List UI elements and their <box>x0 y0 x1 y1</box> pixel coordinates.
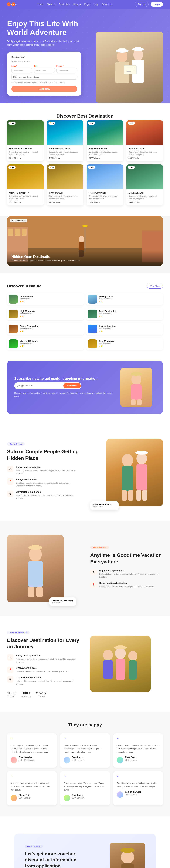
nav-links: HomeAbout UsDestinationItineraryPagesHel… <box>38 3 113 5</box>
nav-link-home[interactable]: Home <box>38 3 43 5</box>
hero-title: Enjoy This Life With World Adventure <box>7 19 81 37</box>
view-more-button[interactable]: View More <box>147 284 163 289</box>
author-role: CEO, Company <box>125 793 141 796</box>
nature-item-image <box>9 310 18 318</box>
nature-header: Discover in Nature View More <box>7 284 163 289</box>
author-name: Samuel Sampon <box>125 791 141 793</box>
quote-mark: " <box>64 775 106 780</box>
nature-item[interactable]: Farm Destination Montana Location ★ 4.6 <box>86 308 163 320</box>
nav-link-destination[interactable]: Destination <box>59 3 70 5</box>
subscribe-description: Malesuada amet ultricies vitae arcu vive… <box>14 392 113 398</box>
solo-couple-illustration <box>106 439 163 506</box>
destination-card[interactable]: ★ 4.9 Mountain Lake Consectetur velit vo… <box>126 164 163 206</box>
nav-link-pages[interactable]: Pages <box>84 3 90 5</box>
star-icon: ★ <box>10 122 11 124</box>
solo-tag: Solo or Couple <box>7 442 25 446</box>
feature-item: ⊕ Comfortable ambiance Nulla porttitor a… <box>7 491 80 500</box>
nature-item-name: Havana Location <box>99 325 116 328</box>
nature-item[interactable]: High Mountain Montana Location ★ 4.9 <box>7 308 84 320</box>
card-rating-badge: ★ 5.0 <box>48 122 55 125</box>
featured-tag: Best Destination <box>10 219 28 222</box>
svg-rect-64 <box>123 848 132 852</box>
card-rating-badge: ★ 4.6 <box>88 122 95 125</box>
search-submit-button[interactable]: Book Now <box>11 86 77 92</box>
nature-item-image <box>9 294 18 304</box>
feature-description: Curabitur non nulla sit amet nisl tempus… <box>99 585 154 588</box>
svg-rect-55 <box>129 660 137 680</box>
destination-card[interactable]: ★ 4.9 Rainbow Crater Consectetur velit v… <box>126 120 163 161</box>
nature-item-rating: ★ 4.9 <box>20 345 25 347</box>
star-icon: ★ <box>89 166 91 168</box>
journey-image-area <box>90 636 163 692</box>
from-input[interactable] <box>11 68 32 73</box>
featured-banner: Best Destination Hidden Gem Destinatio V… <box>7 216 163 266</box>
nature-item-image <box>9 339 18 348</box>
nature-item-name: Waterfall Rainbow <box>20 340 38 342</box>
email-input[interactable] <box>11 74 77 80</box>
nature-item-info: Sunrise Point Montana Location ★ 4.8 <box>20 295 34 303</box>
destination-card[interactable]: ★ 4.5 Retro City Place Consectetur velit… <box>87 164 123 206</box>
destination-name: Mountain Lake <box>129 191 161 194</box>
to-input[interactable] <box>34 68 54 73</box>
feature-icon: ⚠ <box>7 654 13 660</box>
rating-value: 4.5 <box>91 166 94 168</box>
testimonial-author: Jaca Latent CEO, Company <box>64 794 106 802</box>
destination-price: $324/Mission <box>89 201 121 204</box>
person-input[interactable] <box>56 68 77 73</box>
nav-link-contact-us[interactable]: Contact Us <box>102 3 112 5</box>
nature-item[interactable]: Feeling Snow Montana Location ★ 4.7 <box>86 293 163 305</box>
nature-item-info: Best Mountain Montana Location ★ 4.7 <box>99 340 114 348</box>
author-name: Jaca Latent <box>72 794 84 797</box>
feature-icon: ⚠ <box>90 569 97 576</box>
nature-item[interactable]: Best Mountain Montana Location ★ 4.7 <box>86 338 163 350</box>
feature-icon: 📍 <box>7 666 13 673</box>
nav-link-help[interactable]: Help <box>94 3 98 5</box>
nature-item-image <box>88 339 97 348</box>
testimonials-grid: " Pellentesque in ipsum id orci porta da… <box>7 733 163 805</box>
star-icon: ★ <box>89 122 91 124</box>
destination-card[interactable]: ★ 4.8 Hidden Forest Resort Consectetur v… <box>7 120 44 161</box>
nature-item[interactable]: Rustic Destination Montana Location ★ 4.… <box>7 323 84 335</box>
author-name: Guy Hawkins <box>19 756 35 758</box>
hero-people-image <box>96 32 163 103</box>
nature-item-image <box>88 310 97 318</box>
quote-mark: " <box>11 737 53 742</box>
destination-name: Rainbow Crater <box>129 147 161 150</box>
subscribe-button[interactable]: Subscribe <box>63 383 81 389</box>
destination-grid-bottom: ★ 4.7 Castel Old Center Consectetur veli… <box>7 164 163 206</box>
destination-card-body: Mountain Lake Consectetur velit volutpat… <box>126 189 163 206</box>
destination-card[interactable]: ★ 4.6 Bali Beach Resort Consectetur veli… <box>87 120 123 161</box>
svg-rect-7 <box>135 47 142 51</box>
svg-rect-26 <box>131 384 142 400</box>
anytime-features: ⚠ Enjoy local specialties Nulla quis lor… <box>90 569 163 588</box>
svg-rect-28 <box>137 399 142 405</box>
hero-description: Tristique eget arnem vorpat ferrentul ry… <box>7 40 81 47</box>
quote-mark: " <box>11 775 53 780</box>
nav-link-itinerary[interactable]: Itinerary <box>73 3 81 5</box>
author-info: Jace Latson CEO, Company <box>72 756 84 764</box>
nature-item[interactable]: Waterfall Rainbow Montana Location ★ 4.9 <box>7 338 84 350</box>
nature-item-location: Montana Location <box>99 342 114 344</box>
rating-value: 4.6 <box>91 122 94 124</box>
destination-card[interactable]: ★ 4.8 Grand Shack Consectetur velit volu… <box>47 164 84 206</box>
subscribe-content: Subscribe now to get useful traveling in… <box>14 376 113 398</box>
destination-card-body: Grand Shack Consectetur velit volutpat c… <box>47 189 84 206</box>
login-button[interactable]: Login <box>151 2 163 7</box>
register-button[interactable]: Register <box>135 2 148 7</box>
feature-icon: 📍 <box>90 582 97 588</box>
stat-number: 800+ <box>21 691 31 695</box>
feature-item: 📍 Everywhere is safe Curabitur non nulla… <box>7 666 80 673</box>
nature-item[interactable]: Havana Location Montana Location ★ 4.8 <box>86 323 163 335</box>
destination-name: Grand Shack <box>49 191 81 194</box>
destination-grid-top: ★ 4.8 Hidden Forest Resort Consectetur v… <box>7 120 163 161</box>
nature-item[interactable]: Sunrise Point Montana Location ★ 4.8 <box>7 293 84 305</box>
person-field: Person * <box>56 65 77 73</box>
feature-item: 📍 Good location destination Curabitur no… <box>90 582 163 588</box>
destination-card[interactable]: ★ 5.0 Picnic Beach Local Consectetur vel… <box>47 120 84 161</box>
quote-mark: " <box>117 775 159 780</box>
nav-link-about-us[interactable]: About Us <box>47 3 55 5</box>
svg-rect-15 <box>8 228 13 236</box>
subscribe-email-input[interactable] <box>17 383 63 389</box>
destination-card[interactable]: ★ 4.7 Castel Old Center Consectetur veli… <box>7 164 44 206</box>
svg-point-52 <box>128 651 137 661</box>
